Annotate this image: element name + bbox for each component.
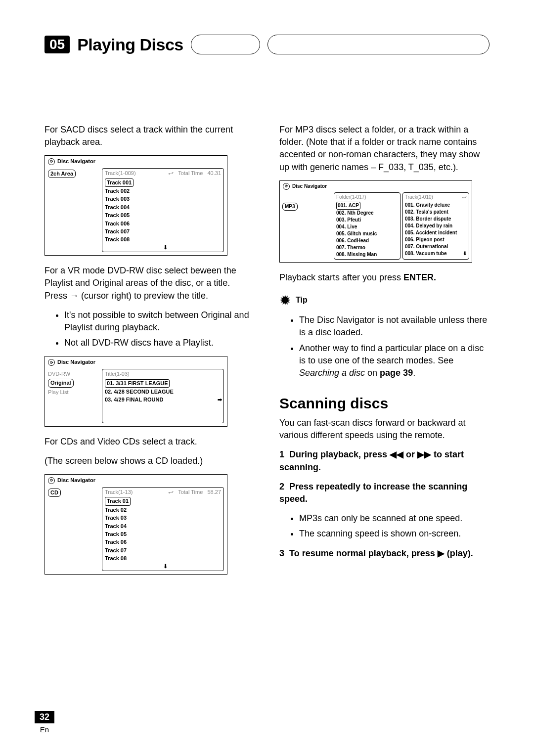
sidebar-item-2ch: 2ch Area [48, 170, 76, 178]
list-item: 02. 4/28 SECOND LEAGUE [105, 388, 221, 396]
decorative-oval-left [191, 35, 260, 54]
list-item: Track 06 [105, 538, 221, 546]
list-item: 006. Pigeon post [405, 236, 467, 243]
vr-bullet-list: It's not possible to switch between Orig… [44, 309, 255, 350]
list-item: 007. Thermo [336, 244, 398, 251]
step-2-bullets: MP3s can only be scanned at one speed. T… [279, 512, 490, 540]
track-header: Track(1-010) [405, 194, 433, 201]
chapter-title: Playing Discs [77, 35, 183, 54]
nav-title: Disc Navigator [57, 358, 95, 366]
left-column: For SACD discs select a track within the… [44, 124, 255, 583]
list-item: The scanning speed is shown on-screen. [299, 528, 490, 540]
list-item: Track 003 [105, 195, 221, 203]
down-arrow-icon: ⬇ [163, 563, 168, 570]
disc-icon: ⟳ [48, 477, 55, 484]
nav-sidebar: CD [45, 486, 102, 575]
right-column: For MP3 discs select a folder, or a trac… [279, 124, 490, 583]
dvd-rw-label: DVD-RW [48, 370, 99, 378]
return-icon: ⮐ [168, 170, 174, 177]
nav-sidebar: DVD-RW Original Play List [45, 368, 102, 426]
nav-header: ⟳ Disc Navigator [280, 181, 472, 191]
right-arrow-icon: ➡ [218, 396, 222, 403]
manual-page: 05 Playing Discs For SACD discs select a… [0, 0, 534, 756]
down-arrow-icon: ⬇ [463, 250, 467, 257]
list-item: Track 04 [105, 522, 221, 530]
total-time-label: Total Time [178, 489, 203, 495]
list-item: 005. Glitch music [336, 230, 398, 237]
sacd-paragraph: For SACD discs select a track within the… [44, 124, 255, 148]
down-arrow-icon: ⬇ [163, 244, 168, 251]
vr-paragraph: For a VR mode DVD-RW disc select beween … [44, 265, 255, 302]
nav-sidebar: 2ch Area [45, 167, 102, 256]
track-range-label: Track(1-13) [105, 489, 133, 496]
list-item: MP3s can only be scanned at one speed. [299, 512, 490, 525]
step-2: 2Press repeatedly to increase the scanni… [279, 481, 490, 505]
list-item: 006. CodHead [336, 237, 398, 244]
nav-title: Disc Navigator [292, 183, 327, 190]
list-item: 003. Border dispute [405, 216, 467, 222]
folder-column: Folder(1-017) 001. ACP 002. Nth Degree 0… [334, 192, 400, 260]
tip-list: The Disc Navigator is not available unle… [279, 314, 490, 379]
cd-paragraph-1: For CDs and Video CDs select a track. [44, 436, 255, 448]
list-item: Track 004 [105, 203, 221, 211]
sidebar-item-original: Original [48, 379, 74, 387]
list-item: Track 02 [105, 506, 221, 514]
list-item: 005. Accident incident [405, 229, 467, 236]
sidebar-item-mp3: MP3 [282, 203, 298, 211]
return-icon: ⮐ [462, 194, 467, 201]
nav-title: Disc Navigator [57, 158, 95, 165]
list-item: 004. Delayed by rain [405, 222, 467, 229]
list-item: 03. 4/29 FINAL ROUND [105, 396, 221, 404]
cd-paragraph-2: (The screen below shows a CD loaded.) [44, 455, 255, 467]
folder-header: Folder(1-017) [336, 194, 366, 201]
chapter-header: 05 Playing Discs [44, 35, 490, 54]
nav-sidebar: MP3 [282, 192, 332, 260]
disc-navigator-sacd: ⟳ Disc Navigator 2ch Area Track(1-009) ⮐… [44, 155, 227, 256]
page-language: En [35, 725, 54, 734]
return-icon: ⮐ [168, 489, 174, 496]
gear-icon: ✹ [279, 291, 291, 310]
step-1: 1During playback, press ◀◀ or ▶▶ to star… [279, 448, 490, 473]
list-item: 003. Pfeuti [336, 217, 398, 223]
page-footer: 32 En [35, 711, 54, 734]
track-range-label: Track(1-009) [105, 170, 136, 177]
list-item: Track 008 [105, 236, 221, 244]
nav-main-panel: Track(1-009) ⮐ Total Time 40.31 Track 00… [102, 168, 224, 253]
list-item: 002. Tesla's patent [405, 209, 467, 216]
list-item: 007. Outernational [405, 243, 467, 250]
list-item: Track 006 [105, 220, 221, 227]
list-item: 008. Missing Man [336, 251, 398, 258]
sidebar-item-cd: CD [48, 489, 61, 497]
list-item: Another way to find a particular place o… [299, 342, 490, 380]
scanning-heading: Scanning discs [279, 393, 490, 414]
disc-icon: ⟳ [283, 183, 290, 190]
total-time-value: 40.31 [207, 170, 221, 176]
total-time-value: 58.27 [207, 489, 221, 495]
playback-enter-paragraph: Playback starts after you press ENTER. [279, 271, 490, 284]
nav-header: ⟳ Disc Navigator [45, 356, 227, 367]
title-range-label: Title(1-03) [105, 370, 130, 378]
list-item: Not all DVD-RW discs have a Playlist. [64, 337, 255, 349]
nav-header: ⟳ Disc Navigator [45, 475, 227, 486]
list-item: Track 01 [105, 497, 131, 505]
track-column: Track(1-010) ⮐ 001. Gravity deluxe 002. … [402, 192, 469, 260]
track-list: Track 01 Track 02 Track 03 Track 04 Trac… [105, 497, 221, 563]
disc-icon: ⟳ [48, 359, 55, 366]
title-list: 01. 3/31 FIRST LEAGUE 02. 4/28 SECOND LE… [105, 379, 221, 404]
list-item: Track 08 [105, 555, 221, 563]
step-3: 3To resume normal playback, press ▶ (pla… [279, 547, 490, 560]
list-item: The Disc Navigator is not available unle… [299, 314, 490, 339]
list-item: Track 002 [105, 187, 221, 195]
nav-header: ⟳ Disc Navigator [45, 156, 227, 167]
disc-icon: ⟳ [48, 158, 55, 165]
tip-heading: ✹ Tip [279, 291, 490, 310]
disc-navigator-mp3: ⟳ Disc Navigator MP3 Folder(1-017) 001. … [279, 180, 472, 263]
list-item: Track 05 [105, 531, 221, 538]
list-item: 001. ACP [336, 202, 360, 210]
chapter-number-badge: 05 [44, 36, 70, 53]
list-item: 008. Vacuum tube [405, 250, 446, 257]
nav-main-panel: Title(1-03) 01. 3/31 FIRST LEAGUE 02. 4/… [102, 369, 224, 423]
sidebar-item-playlist: Play List [48, 388, 99, 397]
track-list: Track 001 Track 002 Track 003 Track 004 … [105, 178, 221, 244]
decorative-oval-right [267, 35, 490, 54]
